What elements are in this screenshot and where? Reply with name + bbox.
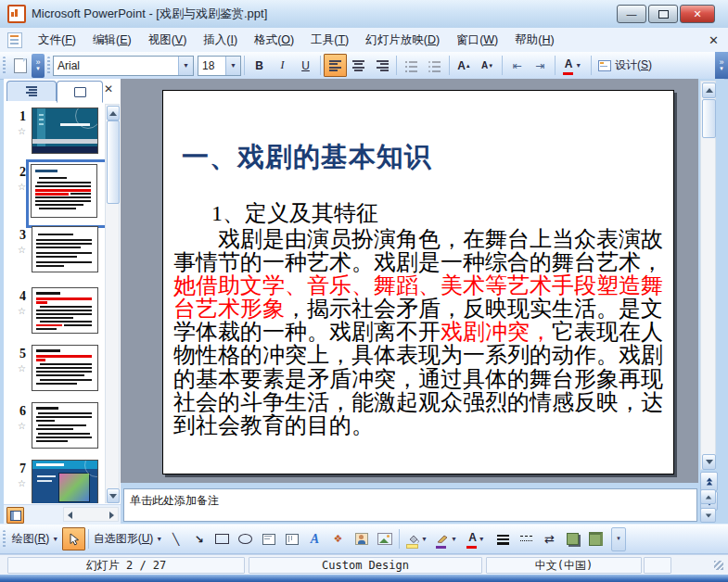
vertical-text-box-button[interactable] [280, 527, 303, 550]
resize-grip[interactable] [714, 561, 723, 570]
thumbnail-number: 7 [9, 462, 26, 476]
line-button[interactable]: ╲ [164, 527, 187, 550]
menu-insert[interactable]: 插入(I) [195, 29, 246, 52]
insert-picture-button[interactable] [373, 527, 396, 550]
font-color-button[interactable]: A ▼ [558, 54, 588, 77]
close-button[interactable]: ✕ [680, 5, 715, 23]
italic-button[interactable]: I [271, 54, 294, 77]
slide-subtitle[interactable]: 1、定义及其特征 [211, 198, 378, 228]
oval-button[interactable] [234, 527, 257, 550]
restore-button[interactable] [648, 5, 678, 23]
decrease-indent-button[interactable]: ⇤ [505, 54, 529, 77]
slide-thumbnail-5[interactable] [32, 345, 98, 391]
font-size-combo[interactable]: 18 ▼ [198, 56, 241, 76]
line-color-button[interactable]: ▼ [432, 527, 462, 550]
document-icon [7, 32, 22, 48]
wordart-button[interactable]: A [303, 527, 326, 550]
menu-help[interactable]: 帮助(H) [506, 29, 562, 52]
align-center-button[interactable] [347, 54, 370, 77]
bullets-button[interactable] [423, 54, 446, 77]
slide-body-text[interactable]: 戏剧是由演员扮演角色，在舞台上当众表演故事情节的一种艺术。戏剧是一种综合的舞台艺… [173, 228, 663, 437]
menu-tools[interactable]: 工具(T) [302, 29, 357, 52]
tab-outline[interactable] [6, 81, 57, 101]
menu-slideshow[interactable]: 幻灯片放映(D) [357, 29, 448, 52]
formatting-toolbar: »▼ Arial ▼ 18 ▼ B I U A▲ A▼ ⇤ ⇥ A ▼ [0, 52, 728, 80]
draw-menu-button[interactable]: 绘图(R)▼ [8, 527, 62, 550]
toolbar-grip[interactable] [47, 57, 50, 75]
main-vertical-scrollbar[interactable] [700, 81, 716, 470]
bold-button[interactable]: B [248, 54, 271, 77]
menu-file[interactable]: 文件(F) [30, 29, 84, 52]
pane-close-icon[interactable]: ✕ [104, 82, 113, 95]
slide[interactable]: 一、戏剧的基本知识 1、定义及其特征 戏剧是由演员扮演角色，在舞台上当众表演故事… [162, 90, 674, 474]
chevron-down-icon: ▼ [575, 62, 581, 69]
normal-view-button[interactable] [6, 507, 24, 524]
rectangle-button[interactable] [211, 527, 234, 550]
underline-button[interactable]: U [294, 54, 317, 77]
notes-scroll-up-button[interactable] [700, 489, 716, 504]
slide-thumbnail-2-selected[interactable] [26, 159, 105, 228]
scroll-down-button[interactable] [702, 454, 716, 470]
numbering-button[interactable] [400, 54, 423, 77]
scroll-down-button[interactable] [107, 488, 120, 503]
pane-scrollbar[interactable] [105, 104, 120, 503]
fill-color-button[interactable]: ▼ [402, 527, 432, 550]
drawbar-options-button[interactable]: ▼ [611, 527, 626, 551]
arrow-right-icon[interactable] [109, 512, 114, 519]
standard-toolbar-options-button[interactable]: »▼ [32, 54, 45, 78]
diagram-button[interactable]: ❖ [326, 527, 350, 550]
scroll-up-button[interactable] [107, 106, 120, 120]
slide-thumbnail-4[interactable] [32, 287, 98, 334]
slide-thumbnail-3[interactable] [32, 226, 98, 272]
align-right-button[interactable] [370, 54, 393, 77]
new-presentation-button[interactable] [8, 54, 32, 77]
menu-format[interactable]: 格式(O) [246, 29, 302, 52]
menubar-close-icon[interactable]: ✕ [709, 33, 719, 47]
decrease-font-size-button[interactable]: A▼ [476, 54, 499, 77]
shadow-style-button[interactable] [561, 527, 584, 550]
dash-style-button[interactable] [515, 527, 538, 550]
chevron-down-icon[interactable]: ▼ [225, 57, 240, 75]
slide-thumbnail-7[interactable] [32, 460, 98, 503]
text-box-button[interactable] [257, 527, 280, 550]
scroll-up-button[interactable] [702, 82, 716, 98]
pane-horizontal-scrollbar[interactable] [63, 507, 119, 522]
toolbar-grip[interactable] [3, 530, 6, 549]
notes-scroll-down-button[interactable] [700, 508, 716, 523]
chevron-down-icon[interactable]: ▼ [178, 57, 193, 75]
slide-title[interactable]: 一、戏剧的基本知识 [182, 139, 432, 176]
previous-slide-button[interactable] [700, 472, 718, 491]
align-left-button[interactable] [324, 54, 347, 77]
toolbar-grip[interactable] [3, 57, 6, 75]
clip-art-button[interactable] [350, 527, 373, 550]
notes-pane[interactable]: 单击此处添加备注 [123, 488, 697, 522]
slide-design-button[interactable]: 设计(S) [594, 54, 669, 77]
font-color-icon: A [468, 533, 477, 542]
arrow-style-button[interactable]: ⇄ [538, 527, 561, 550]
arrow-left-icon[interactable] [68, 512, 72, 519]
3d-style-button[interactable] [584, 527, 607, 550]
draw-font-color-button[interactable]: A▼ [462, 527, 492, 550]
title-bar[interactable]: Microsoft PowerPoint - [戏剧与戏剧鉴赏.ppt] — ✕ [0, 0, 728, 28]
window-controls: — ✕ [615, 5, 715, 23]
slide-thumbnail-6[interactable] [32, 402, 98, 449]
increase-font-size-button[interactable]: A▲ [453, 54, 476, 77]
autoshapes-menu-button[interactable]: 自选图形(U)▼ [92, 527, 164, 550]
picture-icon [377, 533, 392, 545]
pane-scrollbar-thumb[interactable] [107, 120, 120, 204]
select-objects-button[interactable] [62, 527, 85, 550]
design-template-name[interactable]: Custom Design [249, 557, 482, 574]
language-indicator[interactable]: 中文(中国) [486, 557, 642, 574]
minimize-button[interactable]: — [617, 5, 646, 23]
menu-window[interactable]: 窗口(W) [448, 29, 506, 52]
increase-indent-button[interactable]: ⇥ [529, 54, 552, 77]
arrow-button[interactable]: ↘ [187, 527, 211, 550]
font-name-combo[interactable]: Arial ▼ [53, 56, 194, 76]
slide-thumbnail-1[interactable] [32, 108, 98, 154]
line-style-button[interactable] [492, 527, 515, 550]
menu-edit[interactable]: 编辑(E) [84, 29, 140, 52]
menu-view[interactable]: 视图(V) [140, 29, 196, 52]
toolbar-options-button[interactable]: »▼ [715, 52, 728, 79]
main-scrollbar-thumb[interactable] [702, 99, 716, 138]
tab-slides[interactable] [57, 81, 103, 103]
